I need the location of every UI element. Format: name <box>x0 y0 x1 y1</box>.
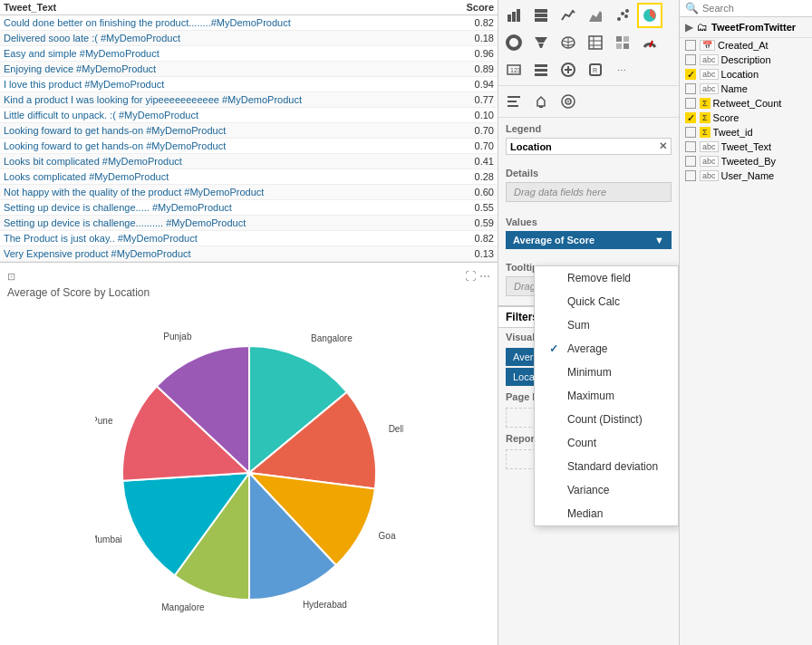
viz-icon-donut[interactable] <box>501 30 527 55</box>
viz-icon-matrix[interactable] <box>610 30 635 55</box>
field-checkbox-name[interactable] <box>685 83 696 94</box>
tweet-score: 0.59 <box>447 216 498 231</box>
viz-icon-line[interactable] <box>556 3 581 28</box>
search-input[interactable] <box>702 3 807 14</box>
svg-line-25 <box>650 41 652 47</box>
viz-icon-map[interactable] <box>556 30 581 55</box>
table-row: Delivered sooo late :( #MyDemoProduct0.1… <box>0 31 498 46</box>
chart-expand-icon[interactable]: ⊡ <box>7 271 15 283</box>
dropdown-item-quick-calc[interactable]: Quick Calc <box>535 290 678 313</box>
field-item-tweet_text[interactable]: abc Tweet_Text <box>680 140 812 154</box>
location-close-btn[interactable]: ✕ <box>659 140 667 152</box>
svg-rect-5 <box>535 18 547 22</box>
viz-panel: 123 R ⋯ <box>498 0 680 645</box>
field-item-tweeted_by[interactable]: abc Tweeted_By <box>680 154 812 168</box>
field-checkbox-created_at[interactable] <box>685 40 696 51</box>
viz-icon-gauge[interactable] <box>637 30 662 55</box>
field-checkbox-score[interactable]: ✓ <box>685 112 696 123</box>
field-checkbox-retweet_count[interactable] <box>685 98 696 109</box>
search-box[interactable]: 🔍 <box>680 0 812 17</box>
field-item-location[interactable]: ✓ abc Location <box>680 67 812 82</box>
tweet-score: 0.60 <box>447 185 498 200</box>
field-type-created_at: 📅 <box>700 40 715 51</box>
chart-more-icon[interactable]: ⋯ <box>479 270 490 283</box>
viz-analytics-icon[interactable] <box>556 89 581 114</box>
dropdown-item-variance[interactable]: Variance <box>535 478 678 502</box>
viz-icon-custom2[interactable]: R <box>583 57 608 82</box>
avg-score-field[interactable]: Average of Score ▼ <box>506 231 672 249</box>
field-name-score: Score <box>713 112 807 123</box>
table-icon: 🗂 <box>697 21 708 34</box>
field-checkbox-tweet_id[interactable] <box>685 127 696 138</box>
location-field-row[interactable]: Location ✕ <box>506 138 672 155</box>
expand-icon[interactable]: ▶ <box>685 21 693 34</box>
tweet-text: Enjoying device #MyDemoProduct <box>0 62 447 77</box>
table-row: I love this product #MyDemoProduct0.94 <box>0 77 498 92</box>
viz-icon-card[interactable]: 123 <box>501 57 527 82</box>
viz-icon-column[interactable] <box>528 3 554 28</box>
svg-rect-3 <box>535 9 547 13</box>
viz-paint-icon[interactable] <box>528 89 554 114</box>
field-item-tweet_id[interactable]: Σ Tweet_id <box>680 125 812 140</box>
field-checkbox-description[interactable] <box>685 54 696 65</box>
dropdown-item-maximum[interactable]: Maximum <box>535 384 678 408</box>
table-row: Very Expensive product #MyDemoProduct0.1… <box>0 246 498 262</box>
field-checkbox-location[interactable]: ✓ <box>685 69 696 80</box>
viz-format-icon[interactable] <box>501 89 527 114</box>
dropdown-item-sum[interactable]: Sum <box>535 313 678 337</box>
field-item-created_at[interactable]: 📅 Created_At <box>680 38 812 53</box>
tweet-text: Little difficult to unpack. :( #MyDemoPr… <box>0 108 447 123</box>
field-checkbox-user_name[interactable] <box>685 170 696 181</box>
field-checkbox-tweet_text[interactable] <box>685 141 696 152</box>
field-name-tweeted_by: Tweeted_By <box>721 156 807 167</box>
field-item-score[interactable]: ✓ Σ Score <box>680 111 812 125</box>
tweet-text: Not happy with the quality of the produc… <box>0 185 447 200</box>
svg-rect-40 <box>539 106 543 108</box>
tweet-score: 0.82 <box>447 15 498 31</box>
pie-label-mumbai: Mumbai <box>95 534 122 544</box>
svg-text:123: 123 <box>510 67 521 73</box>
field-item-retweet_count[interactable]: Σ Retweet_Count <box>680 96 812 111</box>
viz-icon-bar[interactable] <box>501 3 527 28</box>
svg-point-9 <box>624 14 628 18</box>
svg-rect-30 <box>535 73 547 76</box>
viz-icon-custom3[interactable]: ⋯ <box>610 57 635 82</box>
tweet-score: 0.82 <box>447 231 498 246</box>
viz-icon-area[interactable] <box>583 3 608 28</box>
tweet-score: 0.96 <box>447 46 498 62</box>
svg-rect-39 <box>508 105 518 107</box>
details-label: Details <box>506 168 672 178</box>
dropdown-item-average[interactable]: Average <box>535 337 678 361</box>
pie-label-punjab: Punjab <box>163 332 192 342</box>
viz-icon-table[interactable] <box>583 30 608 55</box>
dropdown-item-remove-field[interactable]: Remove field <box>535 266 678 290</box>
avg-score-text: Average of Score <box>513 235 594 245</box>
tweet-score: 0.18 <box>447 31 498 46</box>
svg-point-12 <box>508 36 520 49</box>
viz-icon-custom1[interactable] <box>556 57 581 82</box>
tweet-col-header: Tweet_Text <box>0 0 447 15</box>
viz-icon-funnel[interactable] <box>528 30 554 55</box>
table-row: Setting up device is challenge..... #MyD… <box>0 200 498 216</box>
table-row: Looks bit complicated #MyDemoProduct0.41 <box>0 154 498 169</box>
field-checkbox-tweeted_by[interactable] <box>685 156 696 167</box>
dropdown-item-median[interactable]: Median <box>535 502 678 525</box>
chart-focus-icon[interactable]: ⛶ <box>465 270 476 283</box>
viz-icon-slicer[interactable] <box>528 57 554 82</box>
table-row: Setting up device is challenge..........… <box>0 216 498 231</box>
field-item-user_name[interactable]: abc User_Name <box>680 168 812 183</box>
viz-icon-pie[interactable] <box>637 3 662 28</box>
viz-icon-scatter[interactable] <box>610 3 635 28</box>
field-item-description[interactable]: abc Description <box>680 53 812 67</box>
dropdown-item-count[interactable]: Count <box>535 431 678 455</box>
dropdown-item-count-(distinct)[interactable]: Count (Distinct) <box>535 408 678 431</box>
field-type-tweet_id: Σ <box>700 127 710 138</box>
tweet-score: 0.55 <box>447 200 498 216</box>
tweet-table-container: Tweet_Text Score Could done better on fi… <box>0 0 498 263</box>
dropdown-item-minimum[interactable]: Minimum <box>535 361 678 384</box>
tweet-score: 0.10 <box>447 108 498 123</box>
dropdown-item-standard-deviation[interactable]: Standard deviation <box>535 455 678 478</box>
tweet-text: Setting up device is challenge..... #MyD… <box>0 200 447 216</box>
field-name-name: Name <box>721 83 807 94</box>
field-item-name[interactable]: abc Name <box>680 82 812 96</box>
